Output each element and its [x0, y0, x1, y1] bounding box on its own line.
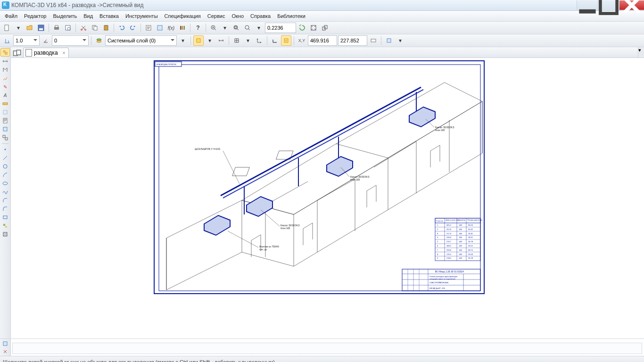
- zoom-value: 0.2236: [267, 25, 283, 31]
- copy-button[interactable]: [90, 23, 100, 33]
- circle-tool[interactable]: [1, 163, 9, 170]
- copy-props-button[interactable]: [384, 35, 394, 46]
- ortho-button[interactable]: [193, 35, 204, 46]
- library-button[interactable]: [177, 23, 188, 33]
- close-button[interactable]: [619, 0, 644, 10]
- views-tool[interactable]: [1, 134, 9, 141]
- ellipse-tool[interactable]: [1, 180, 9, 187]
- maximize-button[interactable]: [598, 0, 619, 10]
- help-cursor-button[interactable]: ?: [193, 23, 203, 33]
- menu-edit-label: Редактор: [24, 13, 46, 19]
- drawing-canvas[interactable]: 1/РАЗВОДКА ПРИЛОЖ: [11, 58, 644, 338]
- arc-tool[interactable]: [1, 171, 9, 179]
- text-tool[interactable]: [1, 74, 9, 82]
- ortho-mode-button[interactable]: [270, 35, 280, 46]
- zoom-fit-button[interactable]: [231, 23, 241, 33]
- svg-point-23: [245, 25, 249, 29]
- tabstrip-overflow[interactable]: ▾: [638, 47, 644, 58]
- menu-view[interactable]: Вид: [81, 12, 96, 20]
- new-doc-dropdown[interactable]: ▾: [13, 23, 24, 33]
- menu-service[interactable]: Сервис: [205, 12, 228, 20]
- snap-step-button[interactable]: [2, 35, 12, 46]
- variables-button[interactable]: [155, 23, 165, 33]
- rectangle-tool[interactable]: [1, 214, 9, 221]
- chamfer-tool[interactable]: [1, 197, 9, 204]
- dimension-button[interactable]: [216, 35, 226, 46]
- menu-spec-label: Спецификация: [165, 13, 201, 19]
- menu-libs[interactable]: Библиотеки: [274, 12, 308, 20]
- copy-props-dropdown[interactable]: ▾: [395, 35, 405, 46]
- angle-snap-button[interactable]: [41, 35, 51, 46]
- local-cs-button[interactable]: [254, 35, 264, 46]
- menu-insert[interactable]: Вставка: [97, 12, 122, 20]
- fillet-tool[interactable]: [1, 205, 9, 213]
- coord-y-field[interactable]: 227.852: [338, 35, 367, 46]
- geometry-tool[interactable]: [0, 48, 10, 57]
- param-tool[interactable]: A: [1, 91, 9, 99]
- grid-dropdown[interactable]: ▾: [243, 35, 253, 46]
- step-dropdown[interactable]: 1.0: [13, 35, 40, 46]
- layer-dropdown[interactable]: Системный слой (0): [105, 35, 177, 46]
- measure-tool[interactable]: [1, 100, 9, 107]
- zoom-all-button[interactable]: [308, 23, 319, 33]
- undo-button[interactable]: [116, 23, 127, 33]
- paste-button[interactable]: [101, 23, 111, 33]
- tab-close-icon[interactable]: ×: [62, 50, 65, 56]
- zoom-in-button[interactable]: [208, 23, 219, 33]
- grid-button[interactable]: [231, 35, 242, 46]
- layer-state-button[interactable]: [94, 35, 104, 46]
- print-button[interactable]: [51, 23, 62, 33]
- line-tool[interactable]: [1, 154, 9, 162]
- select-tool[interactable]: [1, 108, 9, 116]
- zoom-refresh-button[interactable]: [297, 23, 307, 33]
- zoom-window-button[interactable]: [320, 23, 330, 33]
- properties-button[interactable]: [143, 23, 154, 33]
- layers-manage-button[interactable]: ▾: [178, 35, 188, 46]
- menubar: Файл Редактор Выделить Вид Вставка Инстр…: [0, 11, 644, 22]
- menu-help[interactable]: Справка: [248, 12, 273, 20]
- coord-toggle-button[interactable]: [368, 35, 379, 46]
- menu-window[interactable]: Окно: [229, 12, 247, 20]
- zoom-prev-button[interactable]: [242, 23, 253, 33]
- edit-tool[interactable]: ✎: [1, 83, 9, 90]
- tab-list-button[interactable]: [13, 49, 22, 58]
- menu-file[interactable]: Файл: [2, 12, 20, 20]
- zoom-in-dropdown[interactable]: ▾: [220, 23, 230, 33]
- assembly-tool[interactable]: [1, 222, 9, 230]
- spline-tool[interactable]: [1, 188, 9, 196]
- prop-accept-button[interactable]: [1, 340, 9, 347]
- cursor-coord-button[interactable]: X,Y: [297, 35, 307, 46]
- hatch-tool[interactable]: [1, 230, 9, 238]
- zoom-field[interactable]: 0.2236: [265, 23, 296, 33]
- open-button[interactable]: [25, 23, 35, 33]
- redo-button[interactable]: [128, 23, 138, 33]
- ortho-dropdown[interactable]: ▾: [205, 35, 215, 46]
- svg-text:148: 148: [459, 224, 462, 226]
- angle-dropdown[interactable]: 0: [52, 35, 89, 46]
- snap-round-button[interactable]: [281, 35, 291, 46]
- new-doc-button[interactable]: [2, 23, 12, 33]
- menu-service-label: Сервис: [207, 13, 225, 19]
- menu-tools[interactable]: Инструменты: [123, 12, 161, 20]
- minimize-button[interactable]: [577, 0, 598, 10]
- svg-text:148: 148: [459, 253, 462, 255]
- titlebar: КОМПАС-3D V16 x64 - разводка ->Системный…: [0, 0, 644, 11]
- coord-x-field[interactable]: 469.916: [308, 35, 337, 46]
- dimensions-tool[interactable]: [1, 58, 9, 65]
- svg-text:148: 148: [459, 240, 462, 243]
- symbols-tool[interactable]: [1, 66, 9, 74]
- menu-edit[interactable]: Редактор: [21, 12, 49, 20]
- print-preview-button[interactable]: [63, 23, 73, 33]
- report-tool[interactable]: [1, 125, 9, 133]
- save-button[interactable]: [36, 23, 46, 33]
- point-tool[interactable]: [1, 146, 9, 153]
- zoom-prev-dropdown[interactable]: ▾: [254, 23, 264, 33]
- spec-tool[interactable]: [1, 117, 9, 124]
- menu-spec[interactable]: Спецификация: [162, 12, 204, 20]
- prop-cancel-button[interactable]: [1, 348, 9, 355]
- document-tab[interactable]: разводка ×: [23, 48, 69, 58]
- cut-button[interactable]: [78, 23, 89, 33]
- menu-select[interactable]: Выделить: [50, 12, 80, 20]
- svg-rect-52: [159, 65, 480, 291]
- fx-button[interactable]: f(x): [166, 23, 176, 33]
